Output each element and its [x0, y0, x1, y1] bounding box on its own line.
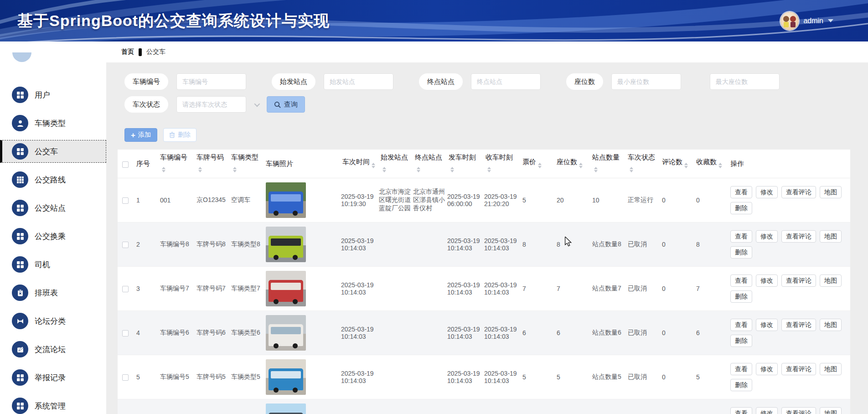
- sort-carets-icon[interactable]: [538, 161, 542, 170]
- view-button[interactable]: 查看: [730, 230, 752, 243]
- column-header[interactable]: 收车时刻: [483, 150, 520, 178]
- sort-carets-icon[interactable]: [417, 165, 420, 174]
- map-button[interactable]: 地图: [820, 407, 842, 414]
- map-button[interactable]: 地图: [820, 319, 842, 331]
- start-station-input[interactable]: [324, 73, 393, 90]
- max-seats-input[interactable]: [710, 73, 780, 90]
- map-button[interactable]: 地图: [820, 230, 842, 243]
- edit-button[interactable]: 修改: [756, 319, 778, 331]
- row-checkbox[interactable]: [122, 242, 129, 248]
- column-header[interactable]: 票价: [520, 150, 554, 178]
- breadcrumb-home[interactable]: 首页: [121, 48, 134, 56]
- sort-carets-icon[interactable]: [382, 165, 386, 174]
- view-button[interactable]: 查看: [730, 186, 752, 198]
- sort-carets-icon[interactable]: [162, 165, 165, 174]
- column-header[interactable]: 终点站点: [412, 150, 446, 178]
- edit-button[interactable]: 修改: [756, 274, 778, 287]
- view-button[interactable]: 查看: [730, 407, 752, 414]
- add-button[interactable]: + 添加: [124, 128, 157, 142]
- sidebar-item-5[interactable]: 公交换乘: [0, 225, 106, 248]
- column-header[interactable]: 站点数量: [589, 150, 625, 178]
- delete-row-button[interactable]: 删除: [730, 379, 752, 391]
- sidebar-item-8[interactable]: 论坛分类: [0, 310, 106, 332]
- sort-carets-icon[interactable]: [718, 161, 722, 170]
- map-button[interactable]: 地图: [820, 363, 842, 375]
- sidebar-item-0[interactable]: 用户: [0, 83, 106, 106]
- vehicle-photo[interactable]: [266, 359, 306, 395]
- column-header[interactable]: 评论数: [659, 150, 693, 178]
- sidebar-item-label: 排班表: [35, 288, 58, 298]
- delete-row-button[interactable]: 删除: [730, 290, 752, 303]
- delete-row-button[interactable]: 删除: [730, 202, 752, 214]
- sort-carets-icon[interactable]: [372, 161, 375, 170]
- row-checkbox[interactable]: [122, 374, 129, 381]
- map-button[interactable]: 地图: [820, 274, 842, 287]
- cell-vehicle-no: 车辆编号6: [157, 311, 194, 355]
- sort-carets-icon[interactable]: [594, 165, 598, 174]
- min-seats-input[interactable]: [611, 73, 681, 90]
- edit-button[interactable]: 修改: [756, 230, 778, 243]
- sidebar-item-6[interactable]: 司机: [0, 253, 106, 276]
- sidebar-item-4[interactable]: 公交站点: [0, 197, 106, 219]
- vehicle-photo[interactable]: [266, 227, 306, 262]
- table-row: 5 车辆编号5 车牌号码5 车辆类型5 2025-03-19 10:14:03 …: [118, 355, 850, 399]
- sidebar-item-3[interactable]: 公交路线: [0, 168, 106, 191]
- column-header[interactable]: 车牌号码: [194, 150, 228, 178]
- sort-carets-icon[interactable]: [684, 161, 688, 170]
- column-header[interactable]: 车辆类型: [228, 150, 263, 178]
- row-checkbox[interactable]: [122, 286, 129, 292]
- column-header[interactable]: 发车时刻: [446, 150, 483, 178]
- bus-illustration: [269, 280, 303, 302]
- view-comments-button[interactable]: 查看评论: [781, 274, 816, 287]
- vehicle-photo[interactable]: [266, 182, 306, 218]
- vehicle-photo[interactable]: [266, 404, 306, 414]
- sidebar-item-1[interactable]: 车辆类型: [0, 112, 106, 135]
- cell-seats: [554, 399, 589, 414]
- sidebar-item-10[interactable]: 举报记录: [0, 366, 106, 389]
- cell-seats: 5: [554, 355, 589, 399]
- row-checkbox[interactable]: [122, 330, 129, 336]
- column-header[interactable]: 始发站点: [378, 150, 412, 178]
- sort-carets-icon[interactable]: [487, 165, 491, 174]
- sidebar-item-7[interactable]: 排班表: [0, 281, 106, 304]
- vehicle-photo[interactable]: [266, 271, 306, 306]
- trip-status-select[interactable]: [176, 96, 246, 113]
- row-checkbox[interactable]: [122, 197, 129, 204]
- sidebar-item-2[interactable]: 公交车: [0, 140, 106, 163]
- user-avatar[interactable]: [780, 12, 799, 30]
- edit-button[interactable]: 修改: [756, 363, 778, 375]
- view-comments-button[interactable]: 查看评论: [781, 186, 816, 198]
- view-comments-button[interactable]: 查看评论: [781, 230, 816, 243]
- view-comments-button[interactable]: 查看评论: [781, 363, 816, 375]
- column-header[interactable]: 收藏数: [693, 150, 728, 178]
- select-all-checkbox[interactable]: [122, 161, 129, 168]
- sidebar-item-9[interactable]: 交流论坛: [0, 338, 106, 361]
- view-button[interactable]: 查看: [730, 319, 752, 331]
- delete-row-button[interactable]: 删除: [730, 335, 752, 347]
- column-header[interactable]: 车辆编号: [157, 150, 194, 178]
- view-comments-button[interactable]: 查看评论: [781, 319, 816, 331]
- sort-carets-icon[interactable]: [198, 165, 202, 174]
- map-button[interactable]: 地图: [820, 186, 842, 198]
- column-header[interactable]: 车次状态: [625, 150, 659, 178]
- column-header[interactable]: 车次时间: [340, 150, 378, 178]
- edit-button[interactable]: 修改: [756, 186, 778, 198]
- sort-carets-icon[interactable]: [579, 161, 583, 170]
- sort-carets-icon[interactable]: [233, 165, 237, 174]
- vehicle-photo[interactable]: [266, 315, 306, 351]
- sidebar-item-11[interactable]: 系统管理: [0, 394, 106, 414]
- column-header[interactable]: 座位数: [554, 150, 589, 178]
- view-comments-button[interactable]: 查看评论: [781, 407, 816, 414]
- search-button[interactable]: 查询: [267, 96, 305, 113]
- sort-carets-icon[interactable]: [450, 165, 454, 174]
- sort-carets-icon[interactable]: [630, 165, 633, 174]
- delete-button[interactable]: 删除: [163, 128, 196, 142]
- user-menu[interactable]: admin: [780, 12, 833, 30]
- edit-button[interactable]: 修改: [756, 407, 778, 414]
- delete-row-button[interactable]: 删除: [730, 246, 752, 259]
- end-station-input[interactable]: [471, 73, 541, 90]
- view-button[interactable]: 查看: [730, 274, 752, 287]
- cell-favorites: 0: [693, 178, 728, 223]
- view-button[interactable]: 查看: [730, 363, 752, 375]
- vehicle-no-input[interactable]: [176, 73, 246, 90]
